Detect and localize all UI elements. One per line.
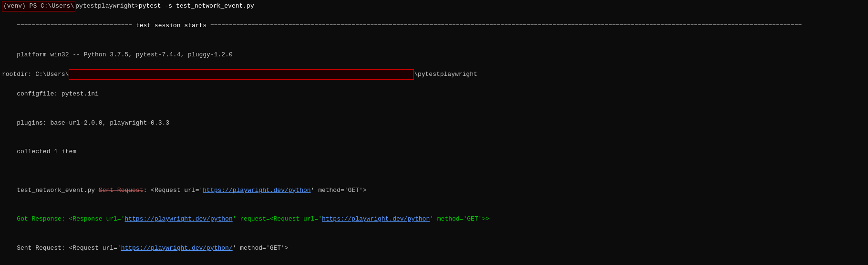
blank-line (2, 166, 866, 176)
url-playwright-python[interactable]: https://playwright.dev/python (203, 187, 310, 194)
url-sent-2[interactable]: https://playwright.dev/python/ (121, 244, 233, 252)
rootdir-line: rootdir: C:\Users\ \pytestplaywright (2, 69, 866, 80)
test-sent-line: test_network_event.py Sent Request: <Req… (2, 176, 866, 205)
sent-req-2: Sent Request: <Request url='https://play… (2, 233, 866, 262)
url-got-resp-1[interactable]: https://playwright.dev/python (124, 215, 232, 223)
prompt-command: pytest -s test_network_event.py (139, 1, 254, 11)
got-response-2: Got Response: <Response url='https://pla… (2, 263, 866, 265)
platform-line: platform win32 -- Python 3.7.5, pytest-7… (2, 41, 866, 69)
plugins-line: plugins: base-url-2.0.0, playwright-0.3.… (2, 109, 866, 138)
collected-line: collected 1 item (2, 138, 866, 166)
configfile-line: configfile: pytest.ini (2, 80, 866, 108)
prompt-line: (venv) PS C:\Users\ pytestplaywright> py… (2, 1, 866, 11)
prompt-suffix: pytestplaywright> (75, 1, 139, 11)
session-banner: =============================== test ses… (2, 11, 866, 40)
url-got-resp-req-1[interactable]: https://playwright.dev/python (322, 215, 430, 223)
got-response-1: Got Response: <Response url='https://pla… (2, 205, 866, 233)
prompt-prefix: (venv) PS C:\Users\ (2, 1, 75, 11)
terminal: (venv) PS C:\Users\ pytestplaywright> py… (0, 0, 868, 265)
